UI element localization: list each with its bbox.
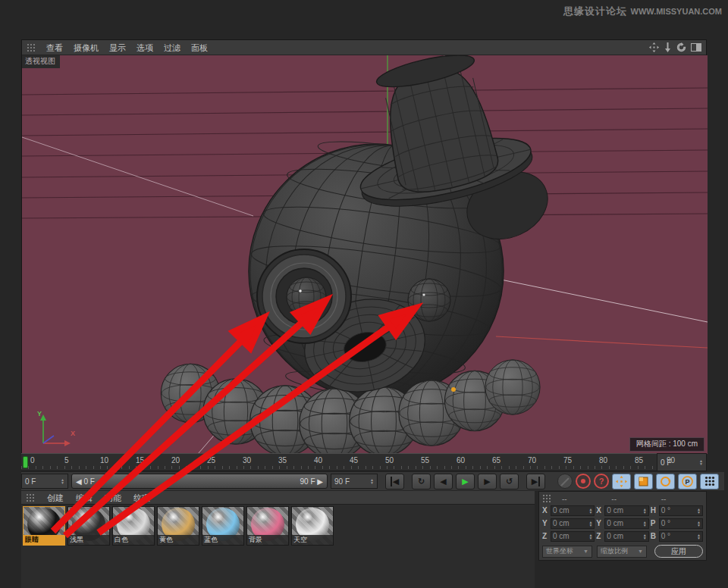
frame-start-field[interactable]: 0 F ▲▼: [21, 474, 68, 489]
frame-start-stepper[interactable]: ▲▼: [61, 478, 64, 484]
tick-75: 75: [563, 456, 572, 464]
menu-filter[interactable]: 过滤: [164, 40, 180, 55]
material-white[interactable]: 白色: [112, 506, 155, 546]
tick-80: 80: [599, 456, 607, 464]
transport-bar: 0 F ▲▼ ◀ 0 F 90 F ▶ 90 F ▲▼ ◀ ↻ ◀ ▶ ▶ ↺ …: [21, 472, 724, 490]
size-z-label: Z: [596, 532, 603, 540]
menu-display[interactable]: 显示: [109, 40, 126, 55]
selection-point: [451, 387, 456, 392]
rot-h-field[interactable]: 0 °▲▼: [659, 505, 703, 516]
coord-system-dropdown[interactable]: 世界坐标 ▼: [542, 546, 592, 558]
header-position: --: [554, 495, 604, 503]
material-blue[interactable]: 蓝色: [202, 506, 244, 546]
axis-y-label: Y: [37, 410, 42, 418]
frame-end-field[interactable]: 90 F ▲▼: [331, 474, 378, 489]
menu-edit[interactable]: 编辑: [76, 491, 93, 505]
menu-texture[interactable]: 纹理: [133, 491, 150, 505]
material-light-black[interactable]: 浅黑: [67, 506, 110, 546]
rot-b-field[interactable]: 0 °▲▼: [659, 531, 703, 542]
panel-grip-icon[interactable]: [27, 43, 36, 52]
zoom-view-icon[interactable]: [664, 42, 672, 52]
material-name: 天空: [292, 535, 333, 545]
pan-view-icon[interactable]: [649, 42, 659, 52]
material-sky[interactable]: 天空: [291, 506, 334, 546]
key-position-button[interactable]: [612, 474, 631, 489]
rotate-view-icon[interactable]: [676, 42, 686, 52]
frame-start-value: 0 F: [25, 477, 36, 486]
material-name: 浅黑: [68, 535, 109, 545]
coord-system-value: 世界坐标: [546, 546, 573, 556]
pos-y-field[interactable]: 0 cm▲▼: [551, 518, 595, 529]
parameter-p-icon: P: [682, 476, 693, 487]
autokey-help-button[interactable]: ?: [594, 474, 609, 489]
next-key-button[interactable]: ↺: [500, 474, 519, 489]
chevron-down-icon: ▼: [583, 549, 588, 554]
panel-grip-icon[interactable]: [542, 494, 551, 503]
frame-end-stepper[interactable]: ▲▼: [370, 478, 374, 484]
menu-create[interactable]: 创建: [47, 491, 64, 505]
coordinates-panel: -- -- -- X 0 cm▲▼ X 0 cm▲▼ H 0 °▲▼ Y 0 c…: [538, 491, 707, 561]
go-to-end-button[interactable]: ▶: [526, 474, 545, 489]
tick-40: 40: [314, 456, 322, 464]
record-keyframe-button[interactable]: [576, 474, 591, 489]
menu-function[interactable]: 功能: [105, 491, 121, 505]
tick-30: 30: [243, 456, 251, 464]
prev-key-button[interactable]: ↻: [412, 474, 431, 489]
scale-mode-value: 缩放比例: [601, 546, 628, 556]
menu-cameras[interactable]: 摄像机: [74, 40, 99, 55]
key-rotation-button[interactable]: [656, 474, 675, 489]
frame-range-slider[interactable]: ◀ 0 F 90 F ▶: [71, 474, 328, 489]
frame-stepper[interactable]: ▲▼: [699, 459, 703, 465]
pos-z-field[interactable]: 0 cm▲▼: [551, 531, 595, 542]
toggle-panel-icon[interactable]: [691, 43, 701, 52]
chevron-down-icon: ▼: [638, 549, 643, 554]
current-frame-field[interactable]: 0 F ▲▼: [657, 453, 707, 471]
character-right-eye-sphere[interactable]: [408, 279, 450, 321]
range-start-label: ◀ 0 F: [76, 477, 95, 486]
frame-end-value: 90 F: [334, 477, 350, 486]
material-background[interactable]: 背景: [246, 506, 289, 546]
size-x-field[interactable]: 0 cm▲▼: [604, 505, 648, 516]
coordinates-header: -- -- --: [542, 493, 703, 504]
scale-mode-dropdown[interactable]: 缩放比例 ▼: [597, 546, 647, 558]
pos-x-field[interactable]: 0 cm▲▼: [551, 505, 595, 516]
go-to-start-button[interactable]: ◀: [385, 474, 404, 489]
key-scale-button[interactable]: [634, 474, 653, 489]
pos-y-label: Y: [542, 519, 549, 527]
play-button[interactable]: ▶: [456, 474, 475, 489]
panel-grip-icon[interactable]: [26, 493, 35, 502]
size-y-field[interactable]: 0 cm▲▼: [604, 518, 648, 529]
apply-button[interactable]: 应用: [654, 545, 703, 558]
timeline-ruler[interactable]: 0 5 10 15 20 25 30 35 40 45 50 55 60 65 …: [21, 453, 657, 471]
material-eyes[interactable]: 眼睛: [23, 506, 65, 546]
record-disabled-button[interactable]: [557, 474, 573, 489]
tick-65: 65: [492, 456, 500, 464]
key-parameter-button[interactable]: P: [678, 474, 697, 489]
tick-35: 35: [278, 456, 287, 464]
view-mode-label[interactable]: 透视视图: [22, 55, 60, 68]
menu-view[interactable]: 查看: [46, 40, 63, 55]
viewport-canvas[interactable]: 透视视图 网格间距 : 100 cm Y X: [22, 55, 708, 454]
watermark-brand: 思缘设计论坛: [563, 5, 627, 17]
prev-frame-button[interactable]: ◀: [434, 474, 453, 489]
point-grid-icon: [704, 476, 715, 486]
question-icon: ?: [599, 477, 604, 486]
menu-panel[interactable]: 面板: [191, 40, 208, 55]
key-pla-button[interactable]: [700, 474, 719, 489]
tick-70: 70: [528, 456, 536, 464]
character-eye-monocle[interactable]: [257, 249, 351, 343]
go-to-start-icon: ◀: [391, 477, 399, 486]
tick-60: 60: [457, 456, 465, 464]
tick-55: 55: [421, 456, 429, 464]
size-z-field[interactable]: 0 cm▲▼: [604, 531, 648, 542]
menu-options[interactable]: 选项: [136, 40, 153, 55]
material-yellow[interactable]: 黄色: [157, 506, 199, 546]
tick-45: 45: [350, 456, 358, 464]
header-size: --: [604, 495, 653, 503]
rot-p-field[interactable]: 0 °▲▼: [659, 518, 703, 529]
pos-z-label: Z: [542, 532, 549, 540]
material-manager: 创建 编辑 功能 纹理 眼睛 浅黑 白色 黄色: [21, 491, 535, 588]
scale-square-icon: [639, 477, 648, 486]
next-frame-button[interactable]: ▶: [478, 474, 497, 489]
material-list: 眼睛 浅黑 白色 黄色 蓝色 背景: [21, 505, 535, 547]
